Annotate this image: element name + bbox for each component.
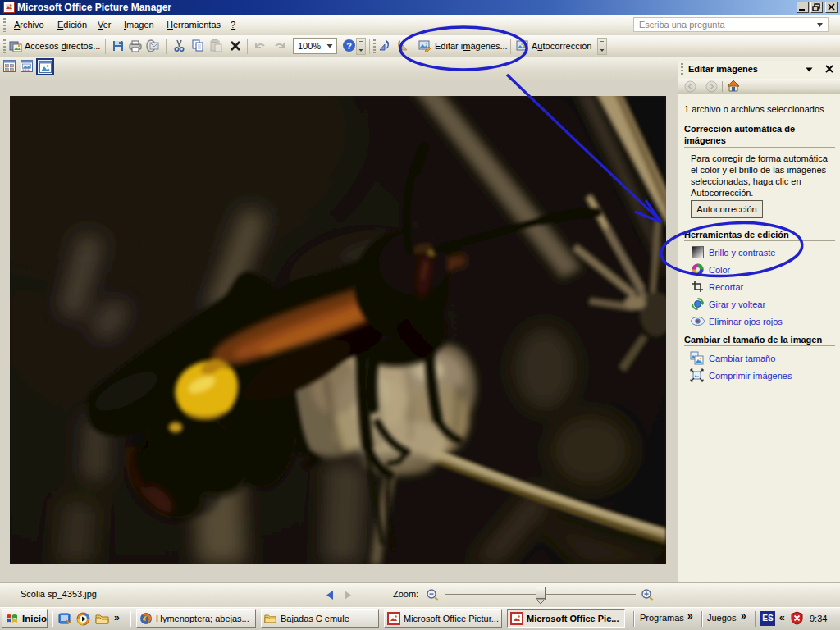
- svg-text:?: ?: [346, 41, 352, 51]
